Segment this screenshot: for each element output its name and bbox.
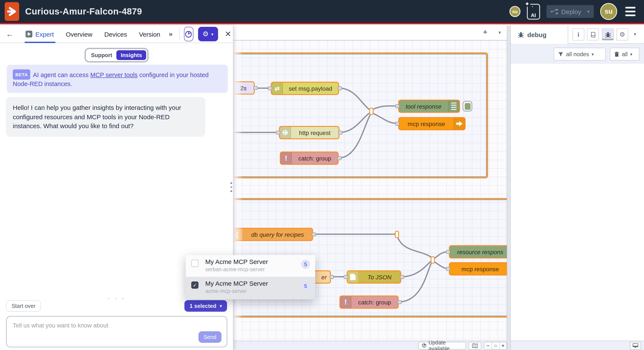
deploy-nodes-icon: [551, 9, 558, 14]
tool-count-badge: 5: [301, 282, 310, 290]
node-input-port[interactable]: [395, 122, 400, 126]
tab-version-label: Version: [139, 25, 160, 43]
zoom-out-button[interactable]: −: [484, 342, 492, 349]
assistant-panel: ← Expert Overview Devices Version »: [0, 26, 234, 350]
add-flow-button[interactable]: +: [483, 28, 487, 36]
user-avatar[interactable]: su: [600, 3, 617, 20]
update-available-button[interactable]: Update available: [418, 342, 466, 349]
flow-node-catch-group-1[interactable]: ! catch: group: [280, 152, 338, 165]
node-input-port[interactable]: [446, 250, 450, 254]
node-input-port[interactable]: [446, 267, 450, 271]
node-input-port[interactable]: [395, 104, 400, 108]
tab-expert[interactable]: Expert: [26, 25, 54, 43]
node-input-port[interactable]: [344, 275, 348, 279]
flow-canvas[interactable]: 2s ⇄ set msg.payload tool response mcp r…: [234, 40, 507, 350]
assigned-user-avatar[interactable]: su: [510, 6, 520, 17]
sparkle-icon: ✦: [524, 1, 530, 6]
node-output-port[interactable]: [398, 300, 402, 304]
node-output-port[interactable]: [400, 275, 404, 279]
gear-icon: ⚙: [620, 31, 625, 38]
tab-devices[interactable]: Devices: [104, 25, 127, 43]
checkbox-checked[interactable]: ✓: [191, 282, 198, 289]
info-icon: i: [578, 31, 579, 38]
debug-sidebar-button[interactable]: [602, 28, 614, 40]
zoom-reset-button[interactable]: ○: [492, 342, 499, 349]
debug-filter-button[interactable]: all nodes ▾: [554, 48, 606, 60]
flow-node-inject-2s[interactable]: 2s: [234, 81, 255, 94]
start-over-button[interactable]: Start over: [6, 300, 41, 312]
flow-node-mcp-response-1[interactable]: mcp response: [398, 117, 466, 130]
debug-clear-button[interactable]: all ▾: [610, 48, 639, 60]
tab-version[interactable]: Version: [139, 25, 160, 43]
mcp-server-option-2[interactable]: ✓ My Acme MCP Server acme-mcp-server 5: [186, 277, 315, 299]
node-output-port[interactable]: [312, 232, 316, 236]
flow-node-set-msg-payload[interactable]: ⇄ set msg.payload: [271, 82, 339, 95]
debug-enable-toggle[interactable]: [462, 101, 472, 112]
flow-list-caret-icon[interactable]: ▾: [498, 30, 501, 35]
package-icon: [422, 343, 426, 348]
flow-node-db-query[interactable]: { db query for recipes: [234, 228, 313, 241]
book-icon: [590, 31, 596, 38]
flow-node-tool-response[interactable]: tool response: [398, 100, 460, 113]
top-header-bar: Curious-Amur-Falcon-4879 su ✦ ⋆ AI Deplo…: [0, 0, 644, 24]
assistant-settings-button[interactable]: ⚙ ▾: [198, 27, 218, 41]
node-output-port[interactable]: [337, 156, 342, 160]
deploy-button[interactable]: Deploy ▾: [546, 5, 594, 18]
debug-tab-label: debug: [527, 31, 546, 38]
debug-footer: [511, 341, 644, 350]
mcp-server-subtitle: acme-mcp-server: [205, 288, 309, 294]
chat-input[interactable]: [7, 317, 226, 336]
main-menu-icon[interactable]: [624, 5, 637, 18]
panel-resize-dots[interactable]: [230, 182, 232, 192]
checkbox-unchecked[interactable]: [191, 260, 198, 267]
mcp-server-option-1[interactable]: My Acme MCP Server serban-acme-mcp-serve…: [186, 255, 315, 277]
filter-caret-icon: ▾: [592, 52, 594, 56]
tool-count-badge: 5: [301, 260, 310, 269]
toggle-insights[interactable]: Insights: [116, 50, 146, 60]
back-arrow-icon[interactable]: ←: [6, 30, 14, 38]
settings-sidebar-button[interactable]: ⚙: [616, 28, 628, 40]
node-output-port[interactable]: [338, 131, 342, 134]
canvas-footer-bar: Update available − ○ +: [234, 341, 507, 350]
beta-banner: BETAAI agent can access MCP server tools…: [7, 65, 228, 93]
sidebar-menu-caret-icon[interactable]: ▾: [634, 32, 636, 37]
ai-assistant-icon[interactable]: ✦ ⋆ AI: [527, 4, 540, 19]
minimap-button[interactable]: [468, 342, 481, 349]
deploy-caret-icon[interactable]: ▾: [587, 9, 590, 14]
debug-sidebar: debug i ⚙ ▾: [511, 26, 644, 350]
pie-chart-icon: [184, 30, 192, 38]
node-output-port[interactable]: [338, 86, 342, 90]
wire-junction-3[interactable]: [430, 256, 435, 264]
open-in-window-button[interactable]: [630, 342, 641, 350]
node-input-port[interactable]: [268, 86, 272, 90]
flow-node-resource-response[interactable]: resource respons: [449, 245, 507, 258]
flowfuse-logo[interactable]: [5, 2, 19, 21]
close-icon[interactable]: ✕: [223, 30, 233, 39]
wire-junction-1[interactable]: [369, 108, 374, 115]
toggle-support[interactable]: Support: [87, 50, 116, 60]
insights-chart-button[interactable]: [184, 27, 193, 41]
send-button[interactable]: Send: [198, 331, 222, 343]
flow-node-to-json[interactable]: To JSON: [347, 270, 401, 284]
update-available-label: Update available: [428, 340, 462, 350]
flow-node-http-request[interactable]: http request: [279, 126, 340, 139]
mcp-server-tools-link[interactable]: MCP server tools: [90, 72, 138, 78]
flow-node-catch-group-2[interactable]: ! catch: group: [340, 296, 399, 309]
help-sidebar-button[interactable]: [587, 28, 599, 40]
zoom-in-button[interactable]: +: [499, 342, 506, 349]
node-output-port[interactable]: [254, 86, 258, 90]
funnel-icon: [558, 51, 564, 57]
flow-node-mcp-response-2[interactable]: mcp response: [449, 262, 507, 276]
tabbar-divider: [179, 28, 180, 40]
wire-junction-2[interactable]: [395, 231, 399, 238]
node-output-port[interactable]: [330, 275, 334, 279]
servers-selected-dropdown[interactable]: 1 selected ▾: [184, 300, 227, 312]
node-input-port[interactable]: [276, 131, 280, 134]
tab-overview[interactable]: Overview: [66, 25, 92, 43]
tab-overflow-icon[interactable]: »: [169, 30, 173, 38]
info-sidebar-button[interactable]: i: [572, 28, 584, 40]
ai-label: AI: [528, 12, 539, 18]
sidebar-resize-handle[interactable]: [507, 26, 511, 350]
tab-debug[interactable]: debug: [512, 26, 568, 44]
beta-text-before: AI agent can access: [33, 72, 90, 78]
